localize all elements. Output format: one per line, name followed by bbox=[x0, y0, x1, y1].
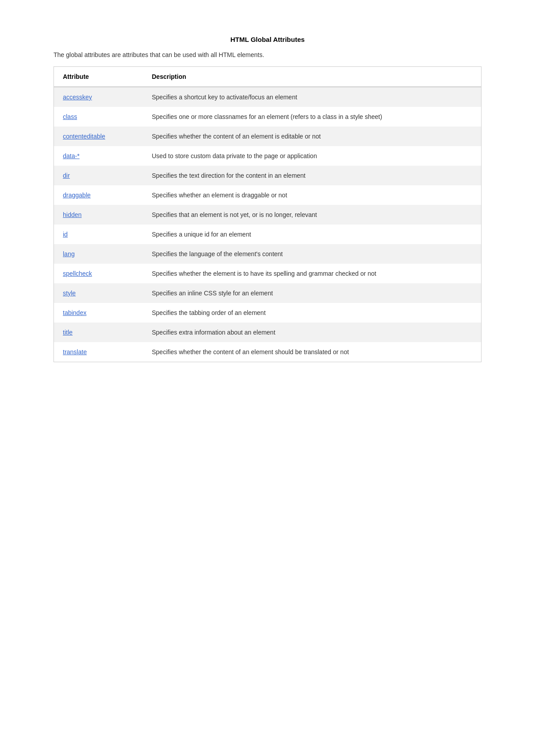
attribute-cell: style bbox=[54, 283, 143, 303]
attributes-table: Attribute Description accesskeySpecifies… bbox=[54, 66, 482, 362]
attribute-cell: accesskey bbox=[54, 87, 143, 107]
table-row: tabindexSpecifies the tabbing order of a… bbox=[54, 303, 482, 323]
description-cell: Specifies one or more classnames for an … bbox=[143, 107, 482, 127]
column-header-description: Description bbox=[143, 67, 482, 87]
table-row: hiddenSpecifies that an element is not y… bbox=[54, 205, 482, 225]
attribute-link[interactable]: tabindex bbox=[63, 309, 86, 316]
attribute-link[interactable]: style bbox=[63, 290, 76, 297]
attribute-link[interactable]: title bbox=[63, 329, 73, 336]
table-row: idSpecifies a unique id for an element bbox=[54, 225, 482, 244]
table-row: titleSpecifies extra information about a… bbox=[54, 323, 482, 342]
description-cell: Specifies the text direction for the con… bbox=[143, 166, 482, 185]
description-cell: Used to store custom data private to the… bbox=[143, 146, 482, 166]
description-cell: Specifies an inline CSS style for an ele… bbox=[143, 283, 482, 303]
attribute-cell: translate bbox=[54, 342, 143, 362]
attribute-link[interactable]: data-* bbox=[63, 152, 79, 159]
table-row: spellcheckSpecifies whether the element … bbox=[54, 264, 482, 283]
table-row: dirSpecifies the text direction for the … bbox=[54, 166, 482, 185]
attribute-cell: lang bbox=[54, 244, 143, 264]
attribute-cell: data-* bbox=[54, 146, 143, 166]
description-cell: Specifies whether the content of an elem… bbox=[143, 127, 482, 146]
attribute-cell: tabindex bbox=[54, 303, 143, 323]
description-cell: Specifies a shortcut key to activate/foc… bbox=[143, 87, 482, 107]
table-row: draggableSpecifies whether an element is… bbox=[54, 185, 482, 205]
column-header-attribute: Attribute bbox=[54, 67, 143, 87]
attribute-cell: hidden bbox=[54, 205, 143, 225]
page-title: HTML Global Attributes bbox=[54, 36, 482, 43]
attribute-cell: draggable bbox=[54, 185, 143, 205]
description-cell: Specifies that an element is not yet, or… bbox=[143, 205, 482, 225]
description-cell: Specifies a unique id for an element bbox=[143, 225, 482, 244]
attribute-link[interactable]: id bbox=[63, 231, 68, 238]
table-row: classSpecifies one or more classnames fo… bbox=[54, 107, 482, 127]
attribute-link[interactable]: accesskey bbox=[63, 94, 92, 101]
table-row: data-*Used to store custom data private … bbox=[54, 146, 482, 166]
attribute-link[interactable]: spellcheck bbox=[63, 270, 92, 277]
table-header-row: Attribute Description bbox=[54, 67, 482, 87]
description-cell: Specifies extra information about an ele… bbox=[143, 323, 482, 342]
table-row: langSpecifies the language of the elemen… bbox=[54, 244, 482, 264]
table-row: contenteditableSpecifies whether the con… bbox=[54, 127, 482, 146]
table-row: translateSpecifies whether the content o… bbox=[54, 342, 482, 362]
description-cell: Specifies whether an element is draggabl… bbox=[143, 185, 482, 205]
attribute-link[interactable]: draggable bbox=[63, 192, 91, 199]
attribute-cell: contenteditable bbox=[54, 127, 143, 146]
attribute-cell: class bbox=[54, 107, 143, 127]
table-row: styleSpecifies an inline CSS style for a… bbox=[54, 283, 482, 303]
attribute-link[interactable]: hidden bbox=[63, 211, 82, 218]
table-row: accesskeySpecifies a shortcut key to act… bbox=[54, 87, 482, 107]
description-cell: Specifies the tabbing order of an elemen… bbox=[143, 303, 482, 323]
attribute-link[interactable]: translate bbox=[63, 348, 87, 356]
attribute-link[interactable]: contenteditable bbox=[63, 133, 105, 140]
description-cell: Specifies the language of the element's … bbox=[143, 244, 482, 264]
attribute-cell: dir bbox=[54, 166, 143, 185]
attribute-link[interactable]: dir bbox=[63, 172, 70, 179]
attribute-link[interactable]: class bbox=[63, 113, 77, 120]
description-cell: Specifies whether the content of an elem… bbox=[143, 342, 482, 362]
attribute-link[interactable]: lang bbox=[63, 250, 74, 257]
intro-text: The global attributes are attributes tha… bbox=[54, 51, 482, 58]
attribute-cell: title bbox=[54, 323, 143, 342]
attribute-cell: id bbox=[54, 225, 143, 244]
description-cell: Specifies whether the element is to have… bbox=[143, 264, 482, 283]
attribute-cell: spellcheck bbox=[54, 264, 143, 283]
